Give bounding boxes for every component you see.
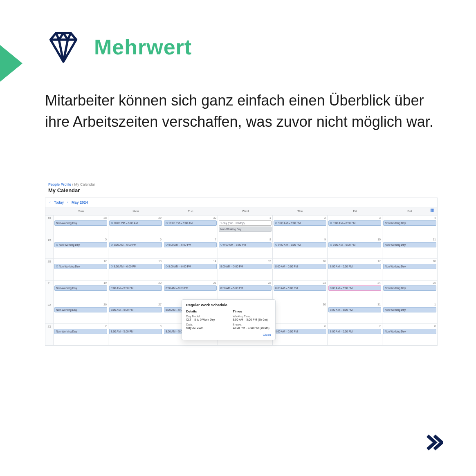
clock-icon: [330, 244, 332, 246]
day-number: 1: [434, 303, 436, 306]
calendar-day[interactable]: 29:00 AM – 6:00 PM: [273, 216, 328, 237]
calendar-day[interactable]: 68:00 AM – 5:00 PM: [273, 324, 328, 345]
schedule-pill[interactable]: 10:00 PM – 6:00 AM: [109, 220, 162, 226]
calendar-day[interactable]: 318:00 AM – 5:00 PM: [328, 302, 382, 323]
calendar-day[interactable]: 78:00 AM – 5:00 PM: [328, 324, 382, 345]
schedule-pill[interactable]: 8:00 AM – 5:00 PM: [164, 285, 217, 291]
calendar-day[interactable]: 168:00 AM – 5:00 PM: [273, 259, 328, 280]
day-number: 30: [213, 216, 216, 219]
calendar-day[interactable]: 238:00 AM – 5:00 PM: [273, 281, 328, 302]
calendar-day[interactable]: 158:00 AM – 5:00 PM: [218, 259, 273, 280]
schedule-pill[interactable]: 10:00 PM – 6:00 AM: [164, 220, 217, 226]
calendar-day[interactable]: 149:00 AM – 6:00 PM: [163, 259, 218, 280]
calendar-day[interactable]: 8Non-Working Day: [382, 324, 437, 345]
calendar-day[interactable]: 79:00 AM – 6:00 PM: [163, 237, 218, 258]
schedule-pill[interactable]: 8:00 AM – 5:00 PM: [219, 285, 272, 291]
calendar-day[interactable]: 139:00 AM – 6:00 PM: [108, 259, 163, 280]
calendar-day[interactable]: 18Non-Working Day: [382, 259, 437, 280]
calendar-day[interactable]: 11 day (Pub. Holiday)Non-Working Day: [218, 216, 273, 237]
calendar-day[interactable]: 278:00 AM – 5:00 PM: [108, 302, 163, 323]
schedule-pill[interactable]: 8:00 AM – 5:00 PM: [274, 329, 326, 334]
schedule-pill[interactable]: 8:00 AM – 5:00 PM: [328, 285, 381, 291]
schedule-pill[interactable]: Non-Working Day: [54, 329, 107, 334]
schedule-pill[interactable]: 8:00 AM – 5:00 PM: [328, 264, 381, 269]
calendar-day[interactable]: 2910:00 PM – 6:00 AM: [108, 216, 163, 237]
schedule-pill[interactable]: 8:00 AM – 5:00 PM: [274, 264, 326, 269]
schedule-pill[interactable]: Non-Working Day: [383, 329, 436, 334]
day-number: 23: [323, 281, 326, 284]
calendar-day[interactable]: 2Non-Working Day: [54, 324, 108, 345]
schedule-pill[interactable]: 8:00 AM – 5:00 PM: [274, 285, 326, 291]
schedule-pill[interactable]: 9:00 AM – 6:00 PM: [164, 264, 217, 269]
schedule-pill[interactable]: 9:00 AM – 6:00 PM: [164, 242, 217, 247]
calendar-day[interactable]: 1Non-Working Day: [382, 302, 437, 323]
next-slide-icon[interactable]: [425, 433, 443, 451]
schedule-pill[interactable]: Non-Working Day: [383, 220, 436, 226]
calendar-day[interactable]: 26Non-Working Day: [54, 302, 108, 323]
schedule-pill[interactable]: 8:00 AM – 5:00 PM: [219, 264, 272, 269]
day-header: Tue: [163, 207, 218, 215]
view-icon[interactable]: ▦: [430, 208, 434, 212]
schedule-pill[interactable]: 9:00 AM – 6:00 PM: [219, 242, 272, 247]
day-number: 8: [269, 238, 271, 241]
calendar-day[interactable]: 99:00 AM – 6:00 PM: [273, 237, 328, 258]
schedule-pill[interactable]: Non-Working Day: [54, 220, 107, 226]
clock-icon: [111, 244, 113, 246]
day-number: 3: [379, 216, 381, 219]
calendar-day[interactable]: 228:00 AM – 5:00 PM: [218, 281, 273, 302]
schedule-pill[interactable]: 9:00 AM – 6:00 PM: [328, 242, 381, 247]
calendar-day[interactable]: 4Non-Working Day: [382, 216, 437, 237]
close-button[interactable]: Close: [186, 333, 271, 337]
calendar-day[interactable]: 38:00 AM – 5:00 PM: [108, 324, 163, 345]
schedule-pill[interactable]: 9:00 AM – 6:00 PM: [274, 242, 326, 247]
clock-icon: [275, 222, 277, 224]
schedule-pill[interactable]: Non-Working Day: [383, 285, 436, 291]
calendar-day[interactable]: 39:00 AM – 6:00 PM: [328, 216, 382, 237]
calendar-day[interactable]: 178:00 AM – 5:00 PM: [328, 259, 382, 280]
schedule-pill[interactable]: 9:00 AM – 6:00 PM: [109, 242, 162, 247]
next-button[interactable]: ›: [67, 200, 68, 204]
schedule-pill[interactable]: 9:00 AM – 6:00 PM: [274, 220, 326, 226]
schedule-pill[interactable]: Non-Working Day: [383, 307, 436, 312]
calendar-day[interactable]: 208:00 AM – 5:00 PM: [108, 281, 163, 302]
calendar-day[interactable]: 89:00 AM – 6:00 PM: [218, 237, 273, 258]
month-label[interactable]: May 2024: [72, 200, 88, 204]
calendar-day[interactable]: 11Non-Working Day: [382, 237, 437, 258]
schedule-pill[interactable]: 9:00 AM – 6:00 PM: [109, 264, 162, 269]
prev-button[interactable]: ‹: [49, 200, 51, 204]
calendar-day[interactable]: 218:00 AM – 5:00 PM: [163, 281, 218, 302]
calendar-day[interactable]: 25Non-Working Day: [382, 281, 437, 302]
schedule-pill[interactable]: Non-Working Day: [219, 227, 272, 232]
day-header-row: Sun Mon Tue Wed Thu Fri Sat: [45, 207, 437, 216]
schedule-pill[interactable]: 8:00 AM – 5:00 PM: [109, 307, 162, 312]
schedule-pill[interactable]: 8:00 AM – 5:00 PM: [109, 329, 162, 334]
schedule-pill[interactable]: 9:00 AM – 6:00 PM: [328, 220, 381, 226]
schedule-pill[interactable]: 1 day (Pub. Holiday): [219, 220, 272, 226]
schedule-pill[interactable]: Non-Working Day: [383, 264, 436, 269]
day-number: 30: [323, 303, 326, 306]
day-number: 21: [213, 281, 216, 284]
calendar-day[interactable]: 3010:00 PM – 6:00 AM: [163, 216, 218, 237]
calendar-day[interactable]: 248:00 AM – 5:00 PM: [328, 281, 382, 302]
schedule-pill[interactable]: Non-Working Day: [383, 242, 436, 247]
schedule-pill[interactable]: 8:00 AM – 5:00 PM: [328, 307, 381, 312]
schedule-pill[interactable]: 8:00 AM – 5:00 PM: [109, 285, 162, 291]
schedule-pill[interactable]: Non-Working Day: [54, 264, 107, 269]
calendar-day[interactable]: 69:00 AM – 6:00 PM: [108, 237, 163, 258]
calendar-day[interactable]: 5Non-Working Day: [54, 237, 108, 258]
calendar-day[interactable]: 30: [273, 302, 328, 323]
calendar-day[interactable]: 109:00 AM – 6:00 PM: [328, 237, 382, 258]
schedule-pill[interactable]: Non-Working Day: [54, 285, 107, 291]
breadcrumb-link[interactable]: People Profile: [48, 182, 71, 186]
day-number: 24: [377, 281, 381, 284]
calendar-nav: ‹ Today › May 2024: [45, 198, 437, 207]
day-number: 13: [158, 260, 162, 263]
calendar-day[interactable]: 28Non-Working Day: [54, 216, 108, 237]
today-button[interactable]: Today: [54, 200, 64, 204]
clock-icon: [111, 222, 113, 224]
schedule-pill[interactable]: Non-Working Day: [54, 307, 107, 312]
calendar-day[interactable]: 12Non-Working Day: [54, 259, 108, 280]
schedule-pill[interactable]: 8:00 AM – 5:00 PM: [328, 329, 381, 334]
calendar-day[interactable]: 19Non-Working Day: [54, 281, 108, 302]
schedule-pill[interactable]: Non-Working Day: [54, 242, 107, 247]
